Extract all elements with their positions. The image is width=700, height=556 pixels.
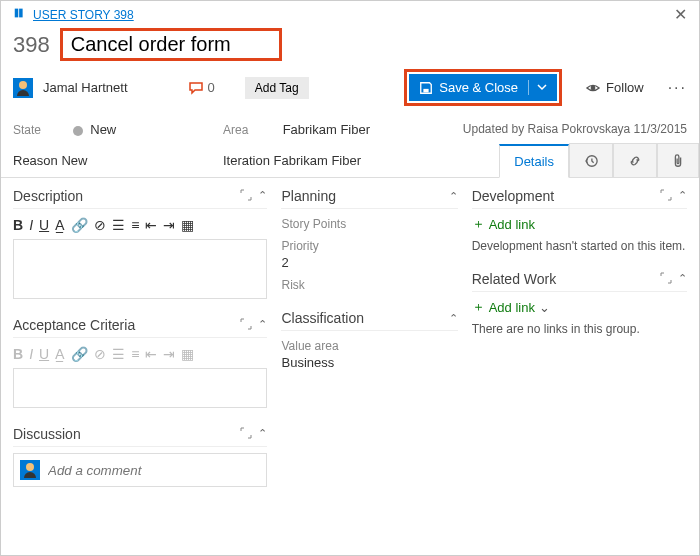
related-hint: There are no links in this group. [472,322,687,336]
unlink-tool-icon[interactable]: ⊘ [94,346,106,362]
expand-icon[interactable] [660,189,672,204]
iteration-value[interactable]: Fabrikam Fiber [274,153,361,168]
reason-label: Reason [13,153,58,168]
acceptance-toolbar[interactable]: B I U A̲ 🔗 ⊘ ☰ ≡ ⇤ ⇥ ▦ [13,344,267,368]
indent-icon[interactable]: ⇥ [163,217,175,233]
add-tag-button[interactable]: Add Tag [245,77,309,99]
history-icon [584,154,598,168]
updated-text: Updated by Raisa Pokrovskaya 11/3/2015 [463,122,687,137]
discussion-input[interactable] [48,463,260,478]
area-value[interactable]: Fabrikam Fiber [283,122,370,137]
follow-button[interactable]: Follow [586,80,644,95]
tab-details[interactable]: Details [499,144,569,178]
svg-rect-2 [424,88,429,92]
development-hint: Development hasn't started on this item. [472,239,687,253]
classification-heading: Classification [281,310,363,326]
italic-icon[interactable]: I [29,346,33,362]
save-and-close-button[interactable]: Save & Close [409,74,557,101]
eye-icon [586,81,600,95]
collapse-caret[interactable]: ⌃ [678,272,687,287]
risk-label: Risk [281,278,457,292]
current-user-avatar [20,460,40,480]
unlink-tool-icon[interactable]: ⊘ [94,217,106,233]
save-split-caret[interactable] [528,80,547,95]
valuearea-value[interactable]: Business [281,355,457,370]
indent-icon[interactable]: ⇥ [163,346,175,362]
attachment-icon [672,154,684,168]
chevron-down-icon [537,82,547,92]
title-input[interactable] [71,33,271,56]
outdent-icon[interactable]: ⇤ [145,346,157,362]
image-tool-icon[interactable]: ▦ [181,217,194,233]
link-tool-icon[interactable]: 🔗 [71,346,88,362]
image-tool-icon[interactable]: ▦ [181,346,194,362]
collapse-caret[interactable]: ⌃ [449,190,458,203]
bold-icon[interactable]: B [13,217,23,233]
expand-icon[interactable] [660,272,672,287]
comments-count: 0 [208,80,215,95]
state-dot-icon [73,126,83,136]
tab-history[interactable] [569,143,613,177]
title-highlight-frame [60,28,282,61]
valuearea-label: Value area [281,339,457,353]
related-heading: Related Work [472,271,557,287]
collapse-caret[interactable]: ⌃ [678,189,687,204]
bullets-icon[interactable]: ☰ [112,346,125,362]
more-actions-button[interactable]: ··· [668,79,687,97]
collapse-caret[interactable]: ⌃ [258,189,267,204]
numbered-icon[interactable]: ≡ [131,346,139,362]
plus-icon: ＋ [472,215,485,233]
collapse-caret[interactable]: ⌃ [258,318,267,333]
close-icon[interactable]: ✕ [674,5,687,24]
collapse-caret[interactable]: ⌃ [449,312,458,325]
collapse-caret[interactable]: ⌃ [258,427,267,442]
comments-indicator[interactable]: 0 [188,80,215,95]
discussion-heading: Discussion [13,426,81,442]
iteration-label: Iteration [223,153,270,168]
tab-attachments[interactable] [657,143,699,177]
area-label: Area [223,123,279,137]
planning-heading: Planning [281,188,336,204]
state-label: State [13,123,69,137]
breadcrumb-link[interactable]: USER STORY 398 [33,8,134,22]
chevron-down-icon: ⌄ [539,300,550,315]
development-heading: Development [472,188,555,204]
description-toolbar[interactable]: B I U A̲ 🔗 ⊘ ☰ ≡ ⇤ ⇥ ▦ [13,215,267,239]
expand-icon[interactable] [240,189,252,204]
bullets-icon[interactable]: ☰ [112,217,125,233]
assignee-avatar[interactable] [13,78,33,98]
tab-links[interactable] [613,143,657,177]
italic-icon[interactable]: I [29,217,33,233]
plus-icon: ＋ [472,298,485,316]
description-editor[interactable] [13,239,267,299]
save-highlight-frame: Save & Close [404,69,562,106]
assignee-name[interactable]: Jamal Hartnett [43,80,128,95]
workitem-id: 398 [13,32,50,58]
priority-value[interactable]: 2 [281,255,457,270]
story-points-label: Story Points [281,217,457,231]
work-item-type-icon [13,6,27,23]
numbered-icon[interactable]: ≡ [131,217,139,233]
svg-rect-1 [19,9,23,18]
outdent-icon[interactable]: ⇤ [145,217,157,233]
link-icon [628,154,642,168]
state-value[interactable]: New [90,122,116,137]
underline-icon[interactable]: U [39,217,49,233]
description-heading: Description [13,188,83,204]
priority-label: Priority [281,239,457,253]
development-add-link[interactable]: ＋ Add link [472,215,687,233]
link-tool-icon[interactable]: 🔗 [71,217,88,233]
acceptance-editor[interactable] [13,368,267,408]
bold-icon[interactable]: B [13,346,23,362]
expand-icon[interactable] [240,427,252,442]
reason-value[interactable]: New [61,153,87,168]
related-add-link[interactable]: ＋ Add link ⌄ [472,298,687,316]
underline-icon[interactable]: U [39,346,49,362]
save-icon [419,81,433,95]
svg-rect-0 [15,9,19,18]
acceptance-heading: Acceptance Criteria [13,317,135,333]
font-style-icon[interactable]: A̲ [55,346,65,362]
expand-icon[interactable] [240,318,252,333]
font-style-icon[interactable]: A̲ [55,217,65,233]
svg-point-3 [591,86,595,90]
